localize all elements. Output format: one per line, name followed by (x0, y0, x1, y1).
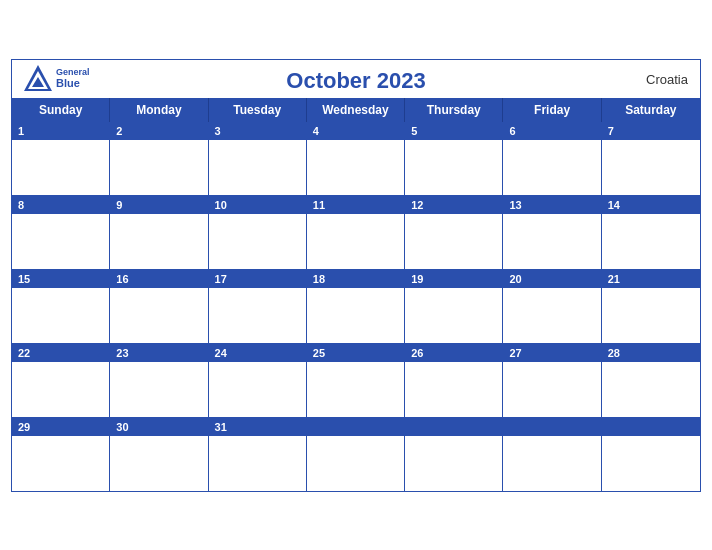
day-cell: 23 (110, 344, 208, 418)
day-number: 9 (114, 198, 124, 212)
day-cell: 28 (602, 344, 700, 418)
day-number: 18 (311, 272, 327, 286)
day-number: 12 (409, 198, 425, 212)
logo: General Blue (22, 63, 87, 95)
day-number: 7 (606, 124, 616, 138)
day-cell: 6 (503, 122, 601, 196)
day-cell: 25 (307, 344, 405, 418)
day-cell: 10 (209, 196, 307, 270)
day-number: 11 (311, 198, 327, 212)
day-cell: 18 (307, 270, 405, 344)
day-cell: 3 (209, 122, 307, 196)
day-number: 21 (606, 272, 622, 286)
day-cell: 24 (209, 344, 307, 418)
day-cell: 0 (503, 418, 601, 491)
day-cell: 31 (209, 418, 307, 491)
day-number: 28 (606, 346, 622, 360)
day-number: 10 (213, 198, 229, 212)
day-cell: 0 (602, 418, 700, 491)
day-cell: 5 (405, 122, 503, 196)
day-number: 1 (16, 124, 26, 138)
calendar-grid: 1234567891011121314151617181920212223242… (12, 122, 700, 491)
day-number: 13 (507, 198, 523, 212)
day-number: 16 (114, 272, 130, 286)
country-label: Croatia (646, 71, 688, 86)
day-cell: 26 (405, 344, 503, 418)
day-cell: 14 (602, 196, 700, 270)
day-cell: 20 (503, 270, 601, 344)
calendar: General Blue October 2023 Croatia Sunday… (11, 59, 701, 492)
day-cell: 15 (12, 270, 110, 344)
day-cell: 19 (405, 270, 503, 344)
day-number: 19 (409, 272, 425, 286)
day-number: 23 (114, 346, 130, 360)
day-cell: 12 (405, 196, 503, 270)
day-header-thursday: Thursday (405, 98, 503, 122)
logo-blue-text: Blue (56, 77, 90, 90)
day-number: 25 (311, 346, 327, 360)
day-number: 30 (114, 420, 130, 434)
day-number: 4 (311, 124, 321, 138)
calendar-title: October 2023 (24, 68, 688, 94)
day-cell: 27 (503, 344, 601, 418)
day-cell: 4 (307, 122, 405, 196)
day-cell: 9 (110, 196, 208, 270)
day-cell: 2 (110, 122, 208, 196)
day-number: 27 (507, 346, 523, 360)
day-number: 2 (114, 124, 124, 138)
day-header-tuesday: Tuesday (209, 98, 307, 122)
day-number: 14 (606, 198, 622, 212)
logo-general-text: General (56, 67, 90, 78)
day-header-monday: Monday (110, 98, 208, 122)
day-cell: 29 (12, 418, 110, 491)
day-header-sunday: Sunday (12, 98, 110, 122)
day-number: 24 (213, 346, 229, 360)
day-number: 8 (16, 198, 26, 212)
day-header-wednesday: Wednesday (307, 98, 405, 122)
day-number: 17 (213, 272, 229, 286)
day-number: 3 (213, 124, 223, 138)
day-cell: 7 (602, 122, 700, 196)
day-cell: 13 (503, 196, 601, 270)
day-cell: 21 (602, 270, 700, 344)
day-cell: 17 (209, 270, 307, 344)
day-cell: 0 (307, 418, 405, 491)
day-header-saturday: Saturday (602, 98, 700, 122)
days-of-week-header: Sunday Monday Tuesday Wednesday Thursday… (12, 98, 700, 122)
day-number: 5 (409, 124, 419, 138)
day-number: 31 (213, 420, 229, 434)
day-cell: 22 (12, 344, 110, 418)
day-cell: 8 (12, 196, 110, 270)
day-number: 22 (16, 346, 32, 360)
day-number: 15 (16, 272, 32, 286)
day-header-friday: Friday (503, 98, 601, 122)
day-cell: 11 (307, 196, 405, 270)
logo-icon (22, 63, 54, 95)
day-number: 20 (507, 272, 523, 286)
day-cell: 30 (110, 418, 208, 491)
day-cell: 0 (405, 418, 503, 491)
calendar-header: General Blue October 2023 Croatia (12, 60, 700, 98)
day-cell: 1 (12, 122, 110, 196)
day-number: 26 (409, 346, 425, 360)
day-number: 29 (16, 420, 32, 434)
day-cell: 16 (110, 270, 208, 344)
day-number: 6 (507, 124, 517, 138)
